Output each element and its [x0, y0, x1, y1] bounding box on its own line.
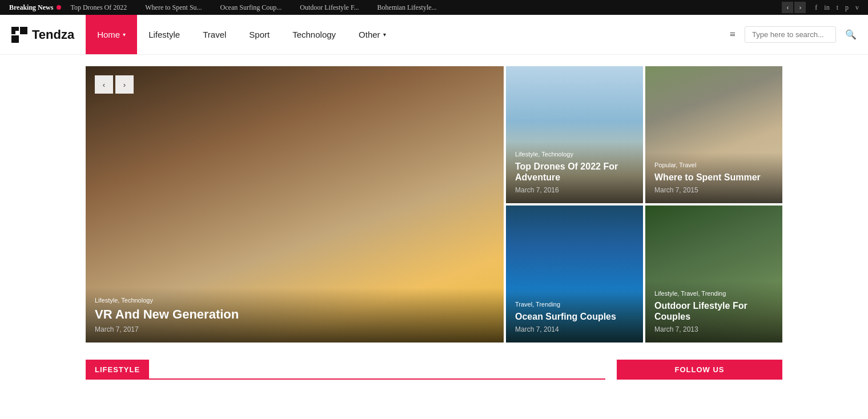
article-surfing[interactable]: Travel, Trending Ocean Surfing Couples M…: [506, 206, 643, 343]
drones-categories: Lifestyle, Technology: [515, 151, 634, 158]
nav-item-home[interactable]: Home ▾: [86, 15, 137, 54]
outdoor-categories: Lifestyle, Travel, Trending: [654, 290, 773, 297]
search-icon[interactable]: 🔍: [845, 29, 857, 40]
ticker-item-4: Outdoor Lifestyle F...: [300, 3, 359, 12]
follow-us-header: Follow Us: [617, 360, 782, 380]
summer-title: Where to Spent Summer: [654, 172, 773, 183]
summer-date: March 7, 2015: [654, 186, 773, 194]
facebook-icon[interactable]: f: [815, 3, 817, 12]
ticker-item-2: Where to Spent Su...: [145, 3, 202, 12]
lifestyle-underline: [149, 360, 605, 380]
ticker-container: Top Drones Of 2022 Where to Spent Su... …: [70, 3, 782, 12]
ticker-item-1: Top Drones Of 2022: [70, 3, 127, 12]
carousel-next-button[interactable]: ›: [115, 75, 134, 94]
drones-date: March 7, 2016: [515, 186, 634, 194]
drones-overlay: Lifestyle, Technology Top Drones Of 2022…: [506, 142, 643, 203]
instagram-icon[interactable]: in: [824, 3, 829, 12]
ticker-nav: ‹ ›: [782, 2, 806, 13]
other-caret-icon: ▾: [383, 31, 386, 38]
nav-item-travel[interactable]: Travel: [191, 15, 238, 54]
outdoor-title: Outdoor Lifestyle For Couples: [654, 300, 773, 322]
logo-text: Tendza: [32, 27, 74, 42]
surfing-title: Ocean Surfing Couples: [515, 311, 634, 322]
breaking-label: Breaking News: [9, 3, 61, 12]
surfing-date: March 7, 2014: [515, 325, 634, 333]
follow-section: Follow Us: [617, 360, 782, 389]
nav-right: ≡ 🔍: [730, 26, 857, 43]
social-icons: f in t p v: [815, 3, 859, 12]
nav-item-sport[interactable]: Sport: [238, 15, 281, 54]
ticker-next-button[interactable]: ›: [794, 2, 806, 13]
carousel-prev-button[interactable]: ‹: [95, 75, 113, 94]
breaking-text: Breaking News: [9, 3, 53, 12]
carousel-nav: ‹ ›: [95, 75, 134, 94]
main-article[interactable]: ‹ › Lifestyle, Technology VR And New Gen…: [86, 66, 504, 343]
surfing-categories: Travel, Trending: [515, 301, 634, 308]
main-content: ‹ › Lifestyle, Technology VR And New Gen…: [74, 55, 794, 400]
article-summer[interactable]: Popular, Travel Where to Spent Summer Ma…: [645, 66, 782, 203]
main-article-title: VR And New Generation: [95, 307, 495, 322]
vimeo-icon[interactable]: v: [855, 3, 859, 12]
article-drones[interactable]: Lifestyle, Technology Top Drones Of 2022…: [506, 66, 643, 203]
svg-rect-3: [15, 31, 19, 34]
main-article-overlay: Lifestyle, Technology VR And New Generat…: [86, 288, 504, 343]
ticker-prev-button[interactable]: ‹: [782, 2, 793, 13]
summer-overlay: Popular, Travel Where to Spent Summer Ma…: [645, 152, 782, 203]
logo[interactable]: Tendza: [11, 27, 74, 43]
lifestyle-section: LIFESTYLE: [86, 360, 605, 389]
header: Tendza Home ▾ Lifestyle Travel Sport Tec…: [0, 15, 868, 55]
nav-item-other[interactable]: Other ▾: [347, 15, 397, 54]
summer-categories: Popular, Travel: [654, 162, 773, 168]
main-article-date: March 7, 2017: [95, 325, 495, 333]
lifestyle-title-row: LIFESTYLE: [86, 360, 605, 380]
nav: Home ▾ Lifestyle Travel Sport Technology…: [86, 15, 730, 54]
twitter-icon[interactable]: t: [837, 3, 838, 12]
breaking-bar: Breaking News Top Drones Of 2022 Where t…: [0, 0, 868, 15]
main-article-categories: Lifestyle, Technology: [95, 297, 495, 304]
svg-rect-2: [11, 35, 19, 43]
breaking-dot-icon: [57, 5, 61, 10]
logo-icon: [11, 27, 27, 43]
nav-item-lifestyle[interactable]: Lifestyle: [137, 15, 191, 54]
hamburger-icon[interactable]: ≡: [730, 29, 736, 41]
surfing-overlay: Travel, Trending Ocean Surfing Couples M…: [506, 292, 643, 343]
outdoor-date: March 7, 2013: [654, 325, 773, 333]
outdoor-overlay: Lifestyle, Travel, Trending Outdoor Life…: [645, 281, 782, 343]
lifestyle-header: LIFESTYLE: [86, 360, 149, 380]
svg-rect-1: [20, 27, 27, 34]
article-grid: ‹ › Lifestyle, Technology VR And New Gen…: [86, 66, 782, 343]
ticker-item-5: Bohemian Lifestyle...: [377, 3, 437, 12]
article-outdoor[interactable]: Lifestyle, Travel, Trending Outdoor Life…: [645, 206, 782, 343]
pinterest-icon[interactable]: p: [845, 3, 849, 12]
bottom-section: LIFESTYLE Follow Us: [86, 360, 782, 400]
drones-title: Top Drones Of 2022 For Adventure: [515, 161, 634, 183]
nav-item-technology[interactable]: Technology: [281, 15, 347, 54]
home-caret-icon: ▾: [123, 31, 126, 38]
ticker-item-3: Ocean Surfing Coup...: [220, 3, 282, 12]
search-input[interactable]: [745, 26, 836, 43]
